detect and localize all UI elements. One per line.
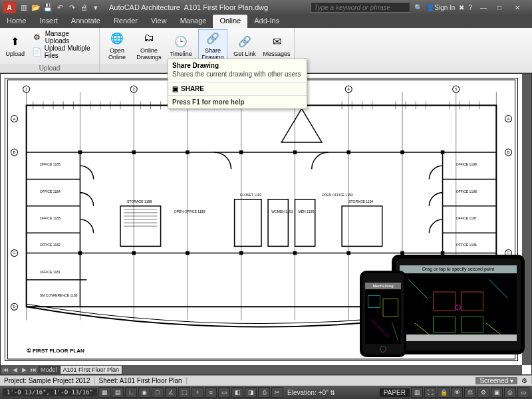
tab-render[interactable]: Render bbox=[107, 15, 144, 28]
status-scale-icon[interactable]: ⚖ bbox=[464, 387, 476, 398]
app-logo[interactable]: A bbox=[3, 1, 16, 13]
share-icon: 🔗 bbox=[205, 30, 221, 46]
files-icon: 📄 bbox=[32, 47, 42, 57]
messages-button[interactable]: ✉Messages bbox=[262, 29, 291, 61]
horizontal-scrollbar[interactable]: ⏮ ◀ ▶ ⏭ Model A101 First Floor Plan bbox=[1, 365, 522, 374]
svg-text:OFFICE 1183: OFFICE 1183 bbox=[40, 216, 61, 220]
sc-toggle[interactable]: ◧ bbox=[231, 387, 243, 398]
tooltip-help: Press F1 for more help bbox=[168, 96, 307, 108]
project-cell: Project: Sample Project 2012 bbox=[0, 377, 95, 384]
svg-rect-51 bbox=[442, 151, 444, 154]
tab-prev-icon[interactable]: ◀ bbox=[10, 366, 19, 373]
svg-rect-44 bbox=[78, 151, 81, 154]
qat-save-icon[interactable]: 💾 bbox=[43, 2, 53, 13]
elevation-label: Elevation: +0" bbox=[287, 389, 329, 396]
get-link-button[interactable]: 🔗Get Link bbox=[230, 29, 259, 61]
lwt-toggle[interactable]: ≡ bbox=[205, 387, 217, 398]
tooltip-title: Share Drawing bbox=[168, 59, 307, 69]
status-lock-icon[interactable]: 🔒 bbox=[438, 387, 450, 398]
qat-open-icon[interactable]: 📂 bbox=[31, 2, 41, 13]
svg-text:5: 5 bbox=[455, 87, 458, 91]
signin-button[interactable]: 👤 Sign In bbox=[426, 4, 455, 11]
phone-home-button bbox=[380, 346, 386, 352]
tab-annotate[interactable]: Annotate bbox=[65, 15, 107, 28]
status-extra-icon[interactable]: ⚙ bbox=[517, 377, 532, 384]
status-annoscale-icon[interactable]: 👁 bbox=[451, 387, 463, 398]
maximize-button[interactable]: □ bbox=[497, 4, 511, 11]
ortho-toggle[interactable]: ∟ bbox=[125, 387, 137, 398]
manage-uploads-button[interactable]: ⚙ Manage Uploads bbox=[31, 31, 96, 44]
help-search-input[interactable] bbox=[311, 2, 410, 13]
ducs-toggle[interactable]: ⬚ bbox=[178, 387, 190, 398]
tab-last-icon[interactable]: ⏭ bbox=[29, 366, 38, 373]
drawing-status-bar: 1'-0 13/16", 1'-0 13/16" ▦ ▤ ∟ ◉ □ ∠ ⬚ +… bbox=[0, 386, 532, 399]
exchange-icon[interactable]: ✖ bbox=[459, 4, 464, 11]
panel-label-upload: Upload bbox=[0, 64, 99, 72]
qat-more-icon[interactable]: ▾ bbox=[90, 2, 101, 13]
tab-next-icon[interactable]: ▶ bbox=[19, 366, 29, 373]
svg-text:4: 4 bbox=[348, 87, 350, 91]
online-drawings-button[interactable]: 🗂Online Drawings bbox=[134, 29, 164, 61]
tab-first-icon[interactable]: ⏮ bbox=[1, 366, 10, 373]
link-icon: 🔗 bbox=[237, 33, 253, 49]
osnap-toggle[interactable]: □ bbox=[152, 387, 164, 398]
open-online-button[interactable]: 🌐Open Online bbox=[102, 29, 132, 61]
tab-view[interactable]: View bbox=[144, 15, 174, 28]
status-isolate-icon[interactable]: ◎ bbox=[504, 387, 516, 398]
dyn-toggle[interactable]: + bbox=[192, 387, 203, 398]
close-button[interactable]: ✕ bbox=[515, 4, 528, 11]
model-tab[interactable]: Model bbox=[38, 366, 61, 374]
phone-mockup: MechLibmg bbox=[360, 271, 406, 357]
layout-tab[interactable]: A101 First Floor Plan bbox=[61, 366, 123, 374]
drawings-icon: 🗂 bbox=[141, 30, 157, 46]
screened-indicator[interactable]: Screened ▾ bbox=[475, 377, 517, 384]
tab-insert[interactable]: Insert bbox=[33, 15, 65, 28]
svg-rect-124 bbox=[434, 317, 456, 332]
share-drawing-button[interactable]: 🔗Share Drawing bbox=[198, 29, 227, 61]
qat-new-icon[interactable]: ▥ bbox=[19, 2, 29, 13]
title-bar: A ▥ 📂 💾 ↶ ↷ 🖨 ▾ AutoCAD Architecture A10… bbox=[0, 0, 532, 15]
status-clean-icon[interactable]: ▭ bbox=[517, 387, 529, 398]
qat-redo-icon[interactable]: ↷ bbox=[66, 2, 77, 13]
upload-multiple-button[interactable]: 📄 Upload Multiple Files bbox=[31, 45, 96, 59]
svg-text:STORAGE 1194: STORAGE 1194 bbox=[348, 200, 373, 203]
phone-title: MechLibmg bbox=[365, 283, 401, 289]
status-workspace-icon[interactable]: ⚙ bbox=[477, 387, 489, 398]
svg-rect-50 bbox=[401, 151, 404, 154]
qat-undo-icon[interactable]: ↶ bbox=[55, 2, 65, 13]
help-icon[interactable]: ? bbox=[468, 4, 472, 11]
svg-text:D: D bbox=[13, 305, 16, 309]
tr-toggle[interactable]: ⎙ bbox=[258, 387, 270, 398]
svg-text:2: 2 bbox=[133, 87, 136, 91]
tab-manage[interactable]: Manage bbox=[174, 15, 213, 28]
qp-toggle[interactable]: ▭ bbox=[218, 387, 230, 398]
status-maximize-icon[interactable]: ⛶ bbox=[424, 387, 436, 398]
tab-online[interactable]: Online bbox=[213, 15, 247, 28]
paper-model-toggle[interactable]: PAPER bbox=[380, 388, 410, 397]
upload-button[interactable]: ⬆ Upload bbox=[3, 29, 28, 61]
tab-addins[interactable]: Add-Ins bbox=[247, 15, 286, 28]
grid-toggle[interactable]: ▤ bbox=[112, 387, 124, 398]
tooltip-command: ▣SHARE bbox=[168, 82, 307, 95]
am-toggle[interactable]: ◨ bbox=[245, 387, 257, 398]
minimize-button[interactable]: — bbox=[480, 4, 493, 11]
status-layout-icon[interactable]: ▥ bbox=[411, 387, 423, 398]
status-hardware-icon[interactable]: ▣ bbox=[491, 387, 503, 398]
svg-rect-122 bbox=[434, 292, 456, 311]
tab-home[interactable]: Home bbox=[0, 15, 33, 28]
snap-toggle[interactable]: ▦ bbox=[98, 387, 110, 398]
svg-rect-123 bbox=[462, 292, 483, 311]
svg-text:B: B bbox=[507, 150, 509, 154]
svg-rect-35 bbox=[268, 200, 288, 247]
plan-title: ① FIRST FLOOR PLAN bbox=[27, 348, 84, 354]
elevation-stepper[interactable]: ⇅ bbox=[330, 389, 335, 396]
cut-plane-toggle[interactable]: ✂ bbox=[271, 387, 283, 398]
otrack-toggle[interactable]: ∠ bbox=[165, 387, 177, 398]
svg-text:OFFICE 1196: OFFICE 1196 bbox=[456, 243, 477, 247]
svg-rect-49 bbox=[347, 151, 350, 154]
qat-print-icon[interactable]: 🖨 bbox=[78, 2, 89, 13]
timeline-button[interactable]: 🕒Timeline bbox=[166, 29, 196, 61]
search-icon[interactable]: 🔍 bbox=[414, 4, 422, 11]
drawing-canvas[interactable]: 1 2 3 4 5 bbox=[0, 73, 532, 375]
polar-toggle[interactable]: ◉ bbox=[138, 387, 150, 398]
